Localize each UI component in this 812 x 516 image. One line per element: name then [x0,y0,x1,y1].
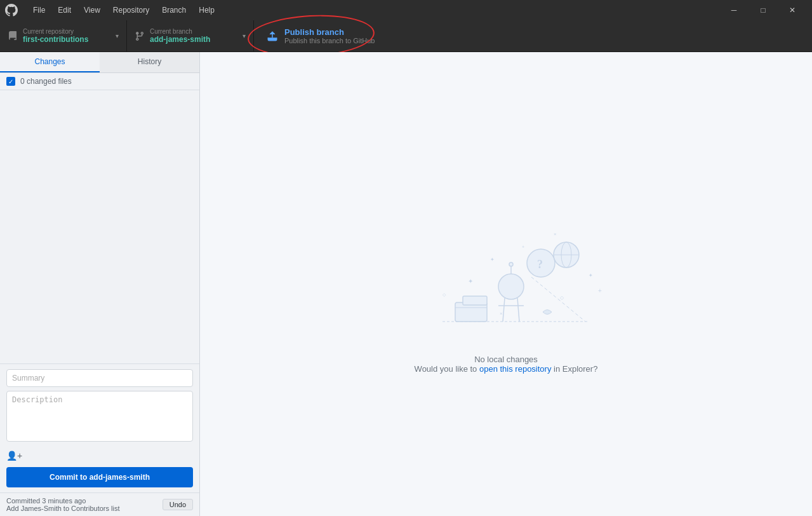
top-toolbar: Current repository first-contributions ▾… [0,20,812,52]
maximize-button[interactable]: □ [749,0,778,20]
empty-illustration: ? ✦ ✦ ✦ ◇ ◇ + + × × [404,194,608,347]
svg-line-8 [517,298,519,322]
undo-button[interactable]: Undo [163,499,193,510]
menu-branch[interactable]: Branch [157,3,191,17]
branch-name: add-james-smith [150,35,210,44]
menu-bar: File Edit View Repository Branch Help [28,3,220,17]
close-button[interactable]: ✕ [778,0,807,20]
menu-repository[interactable]: Repository [108,3,154,17]
svg-text:✦: ✦ [490,257,495,262]
commit-author-row: 👤+ [6,448,193,463]
svg-text:✦: ✦ [468,278,473,285]
publish-branch-section[interactable]: Publish branch Publish this branch to Gi… [254,20,387,51]
bottom-status: Committed 3 minutes ago Add James-Smith … [0,492,199,516]
svg-text:+: + [522,245,524,249]
sidebar-tabs: Changes History [0,52,199,73]
last-commit-time: Committed 3 minutes ago [6,497,120,505]
commit-form: 👤+ Commit to add-james-smith [0,363,199,492]
svg-line-2 [531,277,585,322]
publish-info: Publish branch Publish this branch to Gi… [284,27,375,44]
empty-state: ? ✦ ✦ ✦ ◇ ◇ + + × × No local chan [404,194,608,374]
checkbox-check-icon: ✓ [8,78,13,85]
svg-text:?: ? [537,258,543,271]
tab-history[interactable]: History [100,52,199,72]
repo-chevron-icon: ▾ [116,32,119,39]
branch-icon [135,31,145,41]
title-bar-left: File Edit View Repository Branch Help [5,3,220,17]
current-branch-section[interactable]: Current branch add-james-smith ▾ [127,20,254,51]
commit-button-branch: add-james-smith [90,473,150,482]
svg-line-7 [503,298,505,322]
menu-edit[interactable]: Edit [53,3,76,17]
svg-point-6 [498,274,524,299]
svg-rect-4 [463,296,487,305]
select-all-checkbox[interactable]: ✓ [6,77,15,86]
svg-text:◇: ◇ [560,295,564,301]
open-in-explorer-link[interactable]: open this repository [479,364,551,374]
last-commit-info: Committed 3 minutes ago Add James-Smith … [6,497,120,512]
no-local-changes: No local changes [474,355,538,364]
svg-text:+: + [598,287,602,294]
branch-info: Current branch add-james-smith [150,28,210,44]
commit-button[interactable]: Commit to add-james-smith [6,467,193,487]
last-commit-msg: Add James-Smith to Contributors list [6,505,120,512]
upload-icon [267,31,278,42]
svg-text:✦: ✦ [589,273,593,278]
svg-text:×: × [500,311,503,316]
branch-label: Current branch [150,28,210,35]
publish-subtitle: Publish this branch to GitHub [284,37,375,44]
changed-files-label: 0 changed files [20,77,72,86]
author-icon: 👤+ [6,451,22,461]
title-bar: File Edit View Repository Branch Help ─ … [0,0,812,20]
content-area: ? ✦ ✦ ✦ ◇ ◇ + + × × No local chan [200,52,812,516]
minimize-button[interactable]: ─ [719,0,749,20]
sidebar: Changes History ✓ 0 changed files 👤+ Com… [0,52,200,516]
github-logo-icon [5,4,18,17]
commit-button-prefix: Commit to [50,473,90,482]
repo-name: first-contributions [23,35,88,44]
repo-label: Current repository [23,28,88,35]
svg-text:×: × [554,231,557,237]
empty-cta-suffix: in Explorer? [551,364,597,374]
main-layout: Changes History ✓ 0 changed files 👤+ Com… [0,52,812,516]
empty-cta-prefix: Would you like to [415,364,479,374]
menu-help[interactable]: Help [194,3,220,17]
files-area [0,90,199,363]
menu-view[interactable]: View [79,3,105,17]
summary-input[interactable] [6,369,193,387]
svg-text:◇: ◇ [443,292,446,297]
window-controls: ─ □ ✕ [719,0,807,20]
svg-point-11 [509,262,513,266]
repo-info: Current repository first-contributions [23,28,88,44]
description-input[interactable] [6,391,193,442]
publish-title: Publish branch [284,27,375,37]
current-repo-section[interactable]: Current repository first-contributions ▾ [0,20,127,51]
empty-state-text: No local changes Would you like to open … [415,355,598,374]
tab-changes[interactable]: Changes [0,52,100,72]
repo-icon [8,31,18,41]
branch-chevron-icon: ▾ [243,32,246,39]
menu-file[interactable]: File [28,3,50,17]
changed-files-row: ✓ 0 changed files [0,73,199,90]
